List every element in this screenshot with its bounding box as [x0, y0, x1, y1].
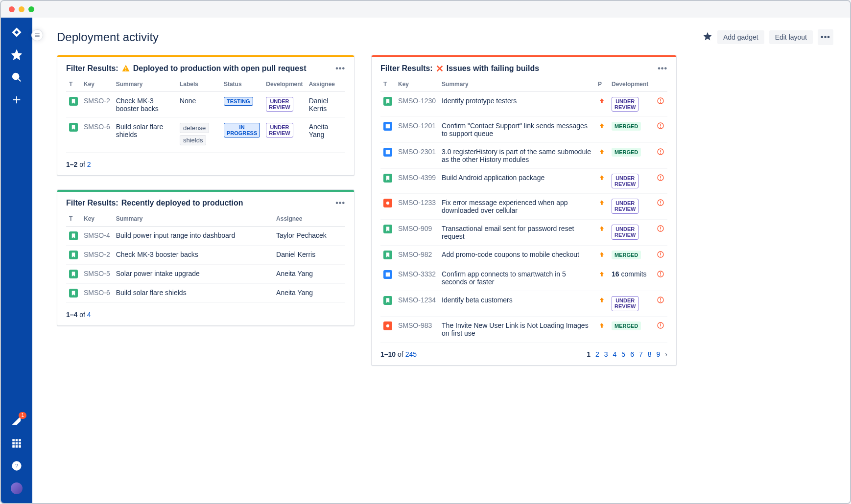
- build-error-icon: [657, 272, 664, 279]
- issue-summary[interactable]: Build solar flare shields: [113, 118, 177, 153]
- table-row[interactable]: SMSO-2 Check MK-3 booster backs Daniel K…: [66, 246, 345, 265]
- issue-summary[interactable]: Build power input range into dashboard: [113, 227, 273, 246]
- issue-summary[interactable]: Confirm app connects to smartwatch in 5 …: [439, 265, 595, 291]
- next-page-icon[interactable]: ›: [665, 350, 667, 358]
- table-row[interactable]: SMSO-1233 Fix error message experienced …: [380, 194, 667, 220]
- panel-more-button[interactable]: •••: [335, 64, 345, 73]
- table-row[interactable]: SMSO-909 Transactional email sent for pa…: [380, 220, 667, 246]
- sidebar-collapse-button[interactable]: [31, 29, 43, 41]
- jira-logo-icon[interactable]: [11, 26, 23, 38]
- table-row[interactable]: SMSO-6 Build solar flare shields defense…: [66, 118, 345, 153]
- table-row[interactable]: SMSO-4399 Build Android application pack…: [380, 169, 667, 194]
- issue-key[interactable]: SMSO-2: [81, 246, 113, 265]
- svg-rect-34: [660, 176, 661, 178]
- issue-summary[interactable]: Fix error message experienced when app d…: [439, 194, 595, 220]
- more-actions-button[interactable]: •••: [818, 29, 833, 45]
- issue-key[interactable]: SMSO-1230: [395, 92, 439, 117]
- story-type-icon: [69, 270, 78, 278]
- svg-rect-18: [125, 67, 126, 69]
- page-number[interactable]: 2: [595, 350, 599, 358]
- maximize-window-icon[interactable]: [28, 6, 34, 12]
- page-number[interactable]: 5: [621, 350, 625, 358]
- page-number[interactable]: 4: [613, 350, 617, 358]
- issue-summary[interactable]: The Invite New User Link is Not Loading …: [439, 316, 595, 342]
- star-icon[interactable]: [11, 49, 23, 61]
- panel-more-button[interactable]: •••: [658, 64, 667, 73]
- issue-key[interactable]: SMSO-4: [81, 227, 113, 246]
- table-row[interactable]: SMSO-983 The Invite New User Link is Not…: [380, 316, 667, 342]
- issue-key[interactable]: SMSO-3332: [395, 265, 439, 291]
- issue-key[interactable]: SMSO-6: [81, 284, 113, 303]
- issue-summary[interactable]: Build solar flare shields: [113, 284, 273, 303]
- issue-summary[interactable]: Transactional email sent for password re…: [439, 220, 595, 246]
- svg-rect-49: [660, 275, 661, 276]
- table-row[interactable]: SMSO-2301 3.0 registerHistory is part of…: [380, 143, 667, 169]
- create-icon[interactable]: [11, 94, 23, 106]
- page-number[interactable]: 8: [648, 350, 652, 358]
- svg-rect-39: [660, 204, 661, 205]
- table-row[interactable]: SMSO-6 Build solar flare shields Aneita …: [66, 284, 345, 303]
- table-row[interactable]: SMSO-1201 Confirm "Contact Support" link…: [380, 117, 667, 143]
- issue-key[interactable]: SMSO-5: [81, 265, 113, 284]
- help-icon[interactable]: ?: [11, 460, 23, 472]
- panel-footer-count: 1–4 of 4: [66, 311, 91, 319]
- issue-key[interactable]: SMSO-2: [81, 92, 113, 118]
- edit-layout-button[interactable]: Edit layout: [769, 30, 813, 44]
- table-row[interactable]: SMSO-982 Add promo-code coupons to mobil…: [380, 246, 667, 265]
- page-number[interactable]: 9: [657, 350, 661, 358]
- table-row[interactable]: SMSO-5 Solar power intake upgrade Aneita…: [66, 265, 345, 284]
- add-gadget-button[interactable]: Add gadget: [717, 30, 764, 44]
- assignee-name: Daniel Kerris: [306, 92, 345, 118]
- total-link[interactable]: 2: [87, 160, 91, 168]
- search-icon[interactable]: [11, 71, 23, 83]
- under-review-lozenge: UNDERREVIEW: [266, 97, 293, 112]
- issue-summary[interactable]: Identify prototype testers: [439, 92, 595, 117]
- issue-key[interactable]: SMSO-909: [395, 220, 439, 246]
- avatar[interactable]: [11, 482, 23, 494]
- issue-key[interactable]: SMSO-983: [395, 316, 439, 342]
- issue-key[interactable]: SMSO-1234: [395, 291, 439, 316]
- issue-summary[interactable]: 3.0 registerHistory is part of the same …: [439, 143, 595, 169]
- panel-title-prefix: Filter Results:: [66, 64, 118, 73]
- minimize-window-icon[interactable]: [19, 6, 24, 12]
- page-number[interactable]: 6: [630, 350, 634, 358]
- issue-key[interactable]: SMSO-6: [81, 118, 113, 153]
- issue-key[interactable]: SMSO-1233: [395, 194, 439, 220]
- status-lozenge: IN PROGRESS: [224, 123, 260, 137]
- page-number[interactable]: 3: [604, 350, 608, 358]
- issue-summary[interactable]: Identify beta customers: [439, 291, 595, 316]
- table-row[interactable]: SMSO-4 Build power input range into dash…: [66, 227, 345, 246]
- issue-key[interactable]: SMSO-4399: [395, 169, 439, 194]
- close-window-icon[interactable]: [9, 6, 15, 12]
- total-link[interactable]: 245: [405, 350, 417, 358]
- issue-key[interactable]: SMSO-982: [395, 246, 439, 265]
- issue-summary[interactable]: Check MK-3 booster backs: [113, 246, 273, 265]
- build-error-icon: [657, 323, 664, 331]
- table-row[interactable]: SMSO-1234 Identify beta customers UNDERR…: [380, 291, 667, 316]
- table-row[interactable]: SMSO-3332 Confirm app connects to smartw…: [380, 265, 667, 291]
- story-type-icon: [69, 97, 78, 106]
- label-chip[interactable]: defense: [180, 123, 209, 133]
- page-number[interactable]: 1: [587, 350, 591, 358]
- app-switcher-icon[interactable]: [11, 437, 23, 449]
- issue-summary[interactable]: Add promo-code coupons to mobile checkou…: [439, 246, 595, 265]
- notifications-icon[interactable]: [11, 415, 23, 427]
- issue-summary[interactable]: Solar power intake upgrade: [113, 265, 273, 284]
- issue-summary[interactable]: Build Android application package: [439, 169, 595, 194]
- issue-summary[interactable]: Confirm "Contact Support" link sends mes…: [439, 117, 595, 143]
- issue-key[interactable]: SMSO-1201: [395, 117, 439, 143]
- issue-summary[interactable]: Check MK-3 booster backs: [113, 92, 177, 118]
- merged-lozenge: MERGED: [612, 148, 641, 157]
- col-summary: Summary: [113, 77, 177, 92]
- issue-key[interactable]: SMSO-2301: [395, 143, 439, 169]
- panel-more-button[interactable]: •••: [335, 199, 345, 207]
- table-row[interactable]: SMSO-2 Check MK-3 booster backs None TES…: [66, 92, 345, 118]
- merged-lozenge: MERGED: [612, 321, 641, 330]
- page-number[interactable]: 7: [639, 350, 643, 358]
- label-chip[interactable]: shields: [180, 135, 206, 145]
- star-dashboard-button[interactable]: [703, 31, 712, 43]
- col-type: T: [66, 211, 81, 227]
- total-link[interactable]: 4: [87, 311, 91, 319]
- table-row[interactable]: SMSO-1230 Identify prototype testers UND…: [380, 92, 667, 117]
- story-type-icon: [383, 296, 392, 305]
